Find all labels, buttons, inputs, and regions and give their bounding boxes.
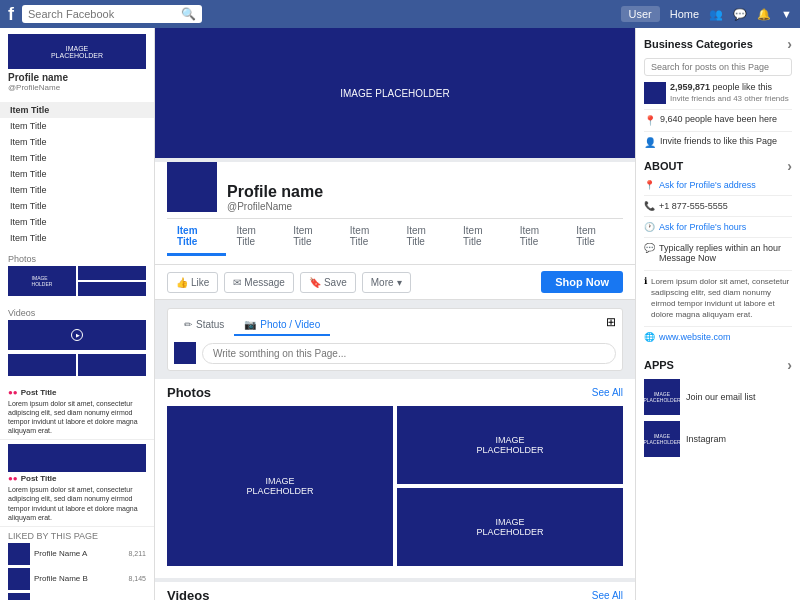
- profile-nav-item-0[interactable]: Item Title: [167, 219, 226, 256]
- nav-friends-icon[interactable]: 👥: [709, 8, 723, 21]
- sidebar-nav-item-2[interactable]: Item Title: [0, 134, 154, 150]
- more-button[interactable]: More ▾: [362, 272, 411, 293]
- sidebar-like-2: Profile Name C 8,101: [8, 593, 146, 600]
- post-composer: ✏ Status 📷 Photo / Video ⊞: [167, 308, 623, 371]
- apps-title: APPS ›: [644, 357, 792, 373]
- save-button[interactable]: 🔖 Save: [300, 272, 356, 293]
- nav-chat-icon[interactable]: 💬: [733, 8, 747, 21]
- biz-categories-more-icon[interactable]: ›: [787, 36, 792, 52]
- status-icon: ✏: [184, 319, 192, 330]
- sidebar-photos-label: Photos: [8, 254, 146, 264]
- feed-icon-1: ●●: [8, 474, 18, 483]
- sidebar-photo-1: IMAGEHOLDER: [8, 266, 76, 296]
- search-bar[interactable]: 🔍: [22, 5, 202, 23]
- nav-user-button[interactable]: User: [621, 6, 660, 22]
- like-thumb-1: [8, 568, 30, 590]
- message-icon-2: 💬: [644, 243, 655, 253]
- profile-nav-item-6[interactable]: Item Title: [510, 219, 567, 256]
- photos-grid: IMAGEPLACEHOLDER IMAGEPLACEHOLDER IMAGEP…: [155, 406, 635, 578]
- sidebar-nav-item-6[interactable]: Item Title: [0, 198, 154, 214]
- app-label-1[interactable]: Instagram: [686, 434, 726, 444]
- sidebar-feed-item-0: ●● Post Title Lorem ipsum dolor sit amet…: [0, 384, 154, 440]
- about-address-link[interactable]: Ask for Profile's address: [659, 180, 756, 190]
- invite-icon: 👤: [644, 137, 656, 148]
- nav-notifications-icon[interactable]: 🔔: [757, 8, 771, 21]
- sidebar-nav-item-1[interactable]: Item Title: [0, 118, 154, 134]
- status-label: Status: [196, 319, 224, 330]
- videos-see-all[interactable]: See All: [592, 590, 623, 600]
- photos-see-all[interactable]: See All: [592, 387, 623, 398]
- biz-categories-search[interactable]: [644, 58, 792, 76]
- about-website-link[interactable]: www.website.com: [659, 332, 731, 342]
- about-hours: 🕐 Ask for Profile's hours: [644, 222, 792, 238]
- search-input[interactable]: [28, 8, 181, 20]
- center-content: IMAGE PLACEHOLDER Profile name @ProfileN…: [155, 28, 635, 600]
- sidebar-nav-item-8[interactable]: Item Title: [0, 230, 154, 246]
- like-label: Like: [191, 277, 209, 288]
- sidebar-video-thumbnail[interactable]: [8, 320, 146, 350]
- sidebar-nav-item-4[interactable]: Item Title: [0, 166, 154, 182]
- feed-title-1: Post Title: [21, 474, 57, 483]
- right-sidebar: Business Categories › 2,959,871 people l…: [635, 28, 800, 600]
- sidebar-nav-item-5[interactable]: Item Title: [0, 182, 154, 198]
- app-label-0[interactable]: Join our email list: [686, 392, 756, 402]
- sidebar-profile-name: Profile name: [8, 72, 146, 83]
- been-here-text: 9,640 people have been here: [660, 114, 777, 126]
- like-name-0: Profile Name A: [34, 549, 87, 558]
- about-section: ABOUT › 📍 Ask for Profile's address 📞 +1…: [644, 158, 792, 346]
- sidebar-nav-item-7[interactable]: Item Title: [0, 214, 154, 230]
- photos-section-header: Photos See All: [155, 379, 635, 406]
- videos-section-header: Videos See All: [155, 582, 635, 600]
- invite-text: Invite friends to like this Page: [660, 136, 777, 148]
- photo-icon: 📷: [244, 319, 256, 330]
- sidebar-nav-item-3[interactable]: Item Title: [0, 150, 154, 166]
- sidebar-play-button[interactable]: [71, 329, 83, 341]
- photo-column-right: IMAGEPLACEHOLDER IMAGEPLACEHOLDER: [397, 406, 623, 566]
- message-button[interactable]: ✉ Message: [224, 272, 294, 293]
- about-description: Lorem ipsum dolor sit amet, consetetur s…: [651, 276, 792, 321]
- composer-photo-video-tab[interactable]: 📷 Photo / Video: [234, 315, 330, 336]
- profile-nav-item-1[interactable]: Item Title: [226, 219, 283, 256]
- photo-top-right: IMAGEPLACEHOLDER: [397, 406, 623, 484]
- nav-more-icon[interactable]: ▼: [781, 8, 792, 20]
- action-bar: 👍 Like ✉ Message 🔖 Save More ▾ Shop Now: [155, 265, 635, 300]
- apps-section: APPS › IMAGE PLACEHOLDER Join our email …: [644, 357, 792, 457]
- profile-nav-item-5[interactable]: Item Title: [453, 219, 510, 256]
- app-item-0: IMAGE PLACEHOLDER Join our email list: [644, 379, 792, 415]
- composer-status-tab[interactable]: ✏ Status: [174, 315, 234, 336]
- profile-nav-item-7[interactable]: Item Title: [566, 219, 623, 256]
- about-address: 📍 Ask for Profile's address: [644, 180, 792, 196]
- nav-home-link[interactable]: Home: [670, 8, 699, 20]
- profile-avatar: [167, 162, 217, 212]
- composer-input[interactable]: [202, 343, 616, 364]
- photo-bottom-right: IMAGEPLACEHOLDER: [397, 488, 623, 566]
- sidebar-feed-img-1: [8, 444, 146, 472]
- profile-area: Profile name @ProfileName Item Title Ite…: [155, 162, 635, 265]
- profile-nav-item-4[interactable]: Item Title: [396, 219, 453, 256]
- sidebar-nav-item-0[interactable]: Item Title: [0, 102, 154, 118]
- profile-nav-item-2[interactable]: Item Title: [283, 219, 340, 256]
- profile-handle: @ProfileName: [227, 201, 323, 212]
- sidebar-cover-thumbnail: IMAGE PLACEHOLDER: [8, 34, 146, 69]
- message-now-link[interactable]: Message Now: [659, 253, 781, 265]
- more-chevron-icon: ▾: [397, 277, 402, 288]
- profile-name-block: Profile name @ProfileName: [227, 183, 323, 212]
- save-label: Save: [324, 277, 347, 288]
- invite-row: 👤 Invite friends to like this Page: [644, 131, 792, 148]
- profile-nav-item-3[interactable]: Item Title: [340, 219, 397, 256]
- liked-by-label: LIKED BY THIS PAGE: [8, 531, 146, 541]
- address-icon: 📍: [644, 180, 655, 190]
- composer-options-icon[interactable]: ⊞: [606, 315, 616, 336]
- like-button[interactable]: 👍 Like: [167, 272, 218, 293]
- about-hours-link[interactable]: Ask for Profile's hours: [659, 222, 746, 232]
- clock-icon: 🕐: [644, 222, 655, 232]
- about-response: 💬 Typically replies within an hour Messa…: [644, 243, 792, 271]
- apps-more-icon[interactable]: ›: [787, 357, 792, 373]
- location-icon: 📍: [644, 115, 656, 126]
- sidebar-video-thumb-1: [8, 354, 76, 376]
- photo-large: IMAGEPLACEHOLDER: [167, 406, 393, 566]
- facebook-logo: f: [8, 4, 14, 25]
- biz-categories-section: Business Categories › 2,959,871 people l…: [644, 36, 792, 148]
- shop-now-button[interactable]: Shop Now: [541, 271, 623, 293]
- about-more-icon[interactable]: ›: [787, 158, 792, 174]
